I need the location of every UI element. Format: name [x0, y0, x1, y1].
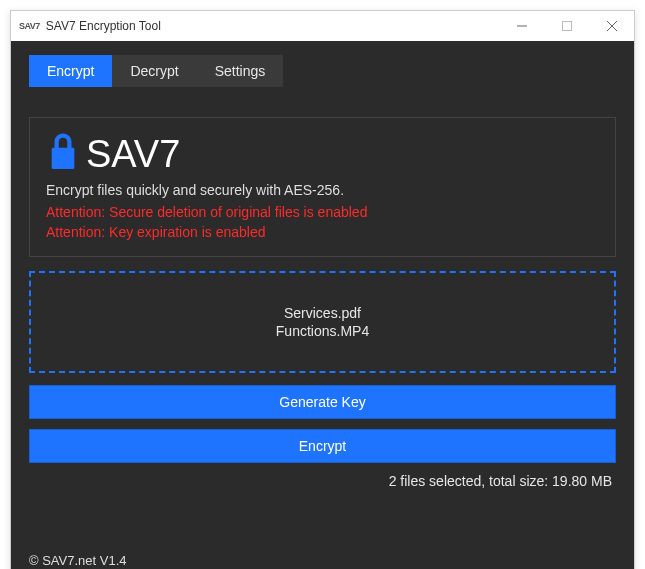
minimize-button[interactable]	[499, 11, 544, 41]
maximize-button[interactable]	[544, 11, 589, 41]
tab-settings[interactable]: Settings	[197, 55, 284, 87]
app-body: Encrypt Decrypt Settings SAV7 Encrypt fi…	[11, 41, 634, 569]
status-text: 2 files selected, total size: 19.80 MB	[29, 473, 616, 489]
brand-row: SAV7	[46, 132, 599, 176]
encrypt-button[interactable]: Encrypt	[29, 429, 616, 463]
footer-text: © SAV7.net V1.4	[29, 545, 616, 568]
titlebar: SAV7 SAV7 Encryption Tool	[11, 11, 634, 41]
app-icon: SAV7	[19, 21, 40, 31]
file-dropzone[interactable]: Services.pdf Functions.MP4	[29, 271, 616, 373]
warning-secure-delete: Attention: Secure deletion of original f…	[46, 204, 599, 220]
tab-decrypt[interactable]: Decrypt	[112, 55, 196, 87]
brand-subtitle: Encrypt files quickly and securely with …	[46, 182, 599, 198]
list-item: Functions.MP4	[276, 323, 369, 339]
tab-encrypt[interactable]: Encrypt	[29, 55, 112, 87]
list-item: Services.pdf	[284, 305, 361, 321]
svg-rect-1	[562, 22, 571, 31]
window-title: SAV7 Encryption Tool	[46, 19, 161, 33]
tab-bar: Encrypt Decrypt Settings	[29, 55, 616, 87]
lock-icon	[46, 132, 80, 176]
warning-key-expiration: Attention: Key expiration is enabled	[46, 224, 599, 240]
app-window: SAV7 SAV7 Encryption Tool Encrypt Decryp…	[10, 10, 635, 569]
close-button[interactable]	[589, 11, 634, 41]
generate-key-button[interactable]: Generate Key	[29, 385, 616, 419]
info-panel: SAV7 Encrypt files quickly and securely …	[29, 117, 616, 257]
brand-name: SAV7	[86, 135, 180, 173]
